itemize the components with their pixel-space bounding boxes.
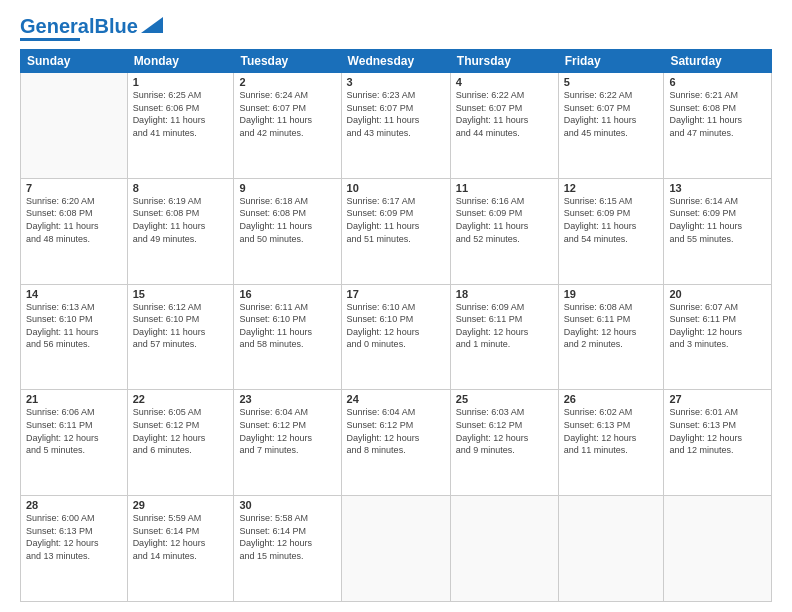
day-info: Sunrise: 6:24 AMSunset: 6:07 PMDaylight:… — [239, 89, 335, 139]
day-number: 29 — [133, 499, 229, 511]
day-cell: 1Sunrise: 6:25 AMSunset: 6:06 PMDaylight… — [127, 73, 234, 179]
day-cell: 24Sunrise: 6:04 AMSunset: 6:12 PMDayligh… — [341, 390, 450, 496]
day-cell: 10Sunrise: 6:17 AMSunset: 6:09 PMDayligh… — [341, 178, 450, 284]
day-info: Sunrise: 6:00 AMSunset: 6:13 PMDaylight:… — [26, 512, 122, 562]
week-row-1: 1Sunrise: 6:25 AMSunset: 6:06 PMDaylight… — [21, 73, 772, 179]
weekday-header-tuesday: Tuesday — [234, 50, 341, 73]
day-cell: 14Sunrise: 6:13 AMSunset: 6:10 PMDayligh… — [21, 284, 128, 390]
day-info: Sunrise: 6:11 AMSunset: 6:10 PMDaylight:… — [239, 301, 335, 351]
day-number: 10 — [347, 182, 445, 194]
day-cell: 13Sunrise: 6:14 AMSunset: 6:09 PMDayligh… — [664, 178, 772, 284]
day-info: Sunrise: 6:14 AMSunset: 6:09 PMDaylight:… — [669, 195, 766, 245]
day-number: 25 — [456, 393, 553, 405]
day-info: Sunrise: 6:06 AMSunset: 6:11 PMDaylight:… — [26, 406, 122, 456]
logo-icon — [141, 17, 163, 33]
day-number: 28 — [26, 499, 122, 511]
day-cell: 28Sunrise: 6:00 AMSunset: 6:13 PMDayligh… — [21, 496, 128, 602]
day-cell — [341, 496, 450, 602]
day-number: 30 — [239, 499, 335, 511]
day-info: Sunrise: 6:10 AMSunset: 6:10 PMDaylight:… — [347, 301, 445, 351]
day-info: Sunrise: 6:20 AMSunset: 6:08 PMDaylight:… — [26, 195, 122, 245]
day-number: 9 — [239, 182, 335, 194]
day-number: 7 — [26, 182, 122, 194]
weekday-header-monday: Monday — [127, 50, 234, 73]
day-number: 14 — [26, 288, 122, 300]
day-cell: 2Sunrise: 6:24 AMSunset: 6:07 PMDaylight… — [234, 73, 341, 179]
day-info: Sunrise: 6:07 AMSunset: 6:11 PMDaylight:… — [669, 301, 766, 351]
page: GeneralBlue SundayMondayTuesdayWednesday… — [0, 0, 792, 612]
day-number: 17 — [347, 288, 445, 300]
day-cell — [450, 496, 558, 602]
day-cell: 26Sunrise: 6:02 AMSunset: 6:13 PMDayligh… — [558, 390, 664, 496]
day-info: Sunrise: 5:58 AMSunset: 6:14 PMDaylight:… — [239, 512, 335, 562]
day-number: 21 — [26, 393, 122, 405]
logo-underline — [20, 38, 80, 41]
day-info: Sunrise: 6:05 AMSunset: 6:12 PMDaylight:… — [133, 406, 229, 456]
day-info: Sunrise: 6:25 AMSunset: 6:06 PMDaylight:… — [133, 89, 229, 139]
logo-text: GeneralBlue — [20, 16, 138, 36]
day-number: 12 — [564, 182, 659, 194]
day-cell: 17Sunrise: 6:10 AMSunset: 6:10 PMDayligh… — [341, 284, 450, 390]
week-row-3: 14Sunrise: 6:13 AMSunset: 6:10 PMDayligh… — [21, 284, 772, 390]
day-cell: 4Sunrise: 6:22 AMSunset: 6:07 PMDaylight… — [450, 73, 558, 179]
day-number: 22 — [133, 393, 229, 405]
day-cell: 29Sunrise: 5:59 AMSunset: 6:14 PMDayligh… — [127, 496, 234, 602]
day-cell — [664, 496, 772, 602]
day-number: 1 — [133, 76, 229, 88]
day-info: Sunrise: 6:22 AMSunset: 6:07 PMDaylight:… — [564, 89, 659, 139]
week-row-2: 7Sunrise: 6:20 AMSunset: 6:08 PMDaylight… — [21, 178, 772, 284]
day-info: Sunrise: 6:01 AMSunset: 6:13 PMDaylight:… — [669, 406, 766, 456]
day-info: Sunrise: 6:21 AMSunset: 6:08 PMDaylight:… — [669, 89, 766, 139]
day-number: 3 — [347, 76, 445, 88]
day-info: Sunrise: 6:16 AMSunset: 6:09 PMDaylight:… — [456, 195, 553, 245]
day-cell: 18Sunrise: 6:09 AMSunset: 6:11 PMDayligh… — [450, 284, 558, 390]
day-number: 16 — [239, 288, 335, 300]
weekday-header-sunday: Sunday — [21, 50, 128, 73]
day-info: Sunrise: 6:04 AMSunset: 6:12 PMDaylight:… — [347, 406, 445, 456]
day-info: Sunrise: 6:13 AMSunset: 6:10 PMDaylight:… — [26, 301, 122, 351]
day-info: Sunrise: 6:09 AMSunset: 6:11 PMDaylight:… — [456, 301, 553, 351]
weekday-header-row: SundayMondayTuesdayWednesdayThursdayFrid… — [21, 50, 772, 73]
day-cell: 27Sunrise: 6:01 AMSunset: 6:13 PMDayligh… — [664, 390, 772, 496]
day-cell: 23Sunrise: 6:04 AMSunset: 6:12 PMDayligh… — [234, 390, 341, 496]
day-info: Sunrise: 6:12 AMSunset: 6:10 PMDaylight:… — [133, 301, 229, 351]
day-cell: 30Sunrise: 5:58 AMSunset: 6:14 PMDayligh… — [234, 496, 341, 602]
day-number: 5 — [564, 76, 659, 88]
calendar-table: SundayMondayTuesdayWednesdayThursdayFrid… — [20, 49, 772, 602]
day-info: Sunrise: 6:18 AMSunset: 6:08 PMDaylight:… — [239, 195, 335, 245]
day-number: 4 — [456, 76, 553, 88]
day-cell: 25Sunrise: 6:03 AMSunset: 6:12 PMDayligh… — [450, 390, 558, 496]
day-info: Sunrise: 5:59 AMSunset: 6:14 PMDaylight:… — [133, 512, 229, 562]
day-number: 18 — [456, 288, 553, 300]
svg-marker-0 — [141, 17, 163, 33]
day-info: Sunrise: 6:17 AMSunset: 6:09 PMDaylight:… — [347, 195, 445, 245]
day-info: Sunrise: 6:23 AMSunset: 6:07 PMDaylight:… — [347, 89, 445, 139]
day-number: 24 — [347, 393, 445, 405]
logo: GeneralBlue — [20, 16, 163, 41]
header: GeneralBlue — [20, 16, 772, 41]
day-cell: 9Sunrise: 6:18 AMSunset: 6:08 PMDaylight… — [234, 178, 341, 284]
day-cell: 6Sunrise: 6:21 AMSunset: 6:08 PMDaylight… — [664, 73, 772, 179]
day-cell — [21, 73, 128, 179]
day-number: 11 — [456, 182, 553, 194]
day-number: 2 — [239, 76, 335, 88]
day-number: 8 — [133, 182, 229, 194]
logo-blue: Blue — [94, 15, 137, 37]
day-cell: 7Sunrise: 6:20 AMSunset: 6:08 PMDaylight… — [21, 178, 128, 284]
day-number: 23 — [239, 393, 335, 405]
day-number: 26 — [564, 393, 659, 405]
day-number: 27 — [669, 393, 766, 405]
weekday-header-saturday: Saturday — [664, 50, 772, 73]
day-cell: 20Sunrise: 6:07 AMSunset: 6:11 PMDayligh… — [664, 284, 772, 390]
day-info: Sunrise: 6:15 AMSunset: 6:09 PMDaylight:… — [564, 195, 659, 245]
day-cell: 12Sunrise: 6:15 AMSunset: 6:09 PMDayligh… — [558, 178, 664, 284]
day-cell: 11Sunrise: 6:16 AMSunset: 6:09 PMDayligh… — [450, 178, 558, 284]
day-number: 20 — [669, 288, 766, 300]
weekday-header-wednesday: Wednesday — [341, 50, 450, 73]
day-cell: 19Sunrise: 6:08 AMSunset: 6:11 PMDayligh… — [558, 284, 664, 390]
day-number: 15 — [133, 288, 229, 300]
weekday-header-thursday: Thursday — [450, 50, 558, 73]
day-info: Sunrise: 6:19 AMSunset: 6:08 PMDaylight:… — [133, 195, 229, 245]
day-number: 6 — [669, 76, 766, 88]
week-row-4: 21Sunrise: 6:06 AMSunset: 6:11 PMDayligh… — [21, 390, 772, 496]
